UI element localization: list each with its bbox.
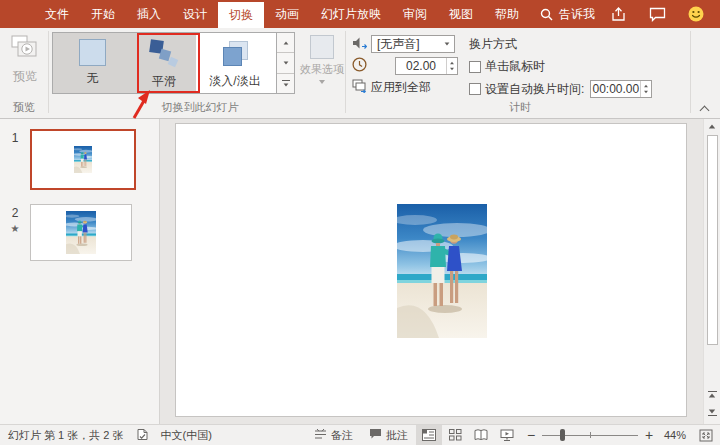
transition-none-label: 无 (87, 70, 99, 87)
slide-2-photo (66, 211, 96, 254)
slide-thumbnail-1[interactable] (30, 129, 136, 190)
effect-options-button[interactable]: 效果选项 (299, 32, 345, 84)
sound-dropdown-caret-icon (445, 42, 450, 45)
comments-button[interactable]: 批注 (361, 425, 416, 445)
on-mouse-click-checkbox[interactable] (469, 61, 481, 73)
slide-2-meta: 2 ★ (0, 204, 30, 261)
advance-heading: 换片方式 (469, 36, 517, 53)
transition-fade-icon (220, 39, 250, 69)
tab-view[interactable]: 视图 (438, 0, 484, 28)
group-divider (345, 31, 346, 113)
fit-to-window-button[interactable] (692, 425, 720, 445)
comments-icon[interactable] (649, 7, 666, 22)
auto-advance-value: 00:00.00 (591, 82, 640, 96)
preview-button[interactable]: 预览 (6, 31, 44, 85)
tell-me-box[interactable]: 告诉我 (530, 0, 605, 28)
auto-advance-spinner[interactable]: 00:00.00 (590, 80, 652, 98)
search-icon (540, 8, 553, 21)
transition-none-icon (79, 39, 106, 66)
zoom-level[interactable]: 44% (660, 429, 686, 441)
reading-view-button[interactable] (468, 425, 494, 445)
apply-to-all-icon (352, 79, 367, 96)
next-slide-button[interactable] (705, 405, 720, 420)
slide-thumbnail-panel: 1 2 ★ (0, 119, 160, 424)
proofing-icon (136, 428, 149, 443)
slide-row-1: 1 (0, 129, 159, 190)
auto-advance-row: 设置自动换片时间: 00:00.00 (469, 80, 652, 98)
tell-me-label: 告诉我 (559, 6, 595, 23)
notes-button[interactable]: 备注 (306, 425, 361, 445)
notes-icon (314, 429, 327, 442)
tab-review[interactable]: 审阅 (392, 0, 438, 28)
slide-sorter-view-button[interactable] (442, 425, 468, 445)
slide-1-meta: 1 (0, 129, 30, 190)
slide-1-number: 1 (12, 131, 19, 145)
slide-counter[interactable]: 幻灯片 第 1 张，共 2 张 (0, 425, 132, 445)
slide-2-number: 2 (12, 206, 19, 220)
preview-button-label: 预览 (13, 68, 37, 85)
transition-fade-label: 淡入/淡出 (209, 73, 260, 90)
notes-label: 备注 (331, 428, 353, 443)
slide-thumbnail-2[interactable] (30, 204, 132, 261)
tab-home[interactable]: 开始 (80, 0, 126, 28)
advance-heading-label: 换片方式 (469, 36, 517, 53)
proofing-status[interactable] (132, 425, 153, 445)
auto-advance-checkbox[interactable] (469, 83, 481, 95)
scrollbar-thumb[interactable] (707, 135, 718, 345)
collapse-ribbon-button[interactable] (699, 105, 709, 115)
tab-animations[interactable]: 动画 (264, 0, 310, 28)
tab-slideshow[interactable]: 幻灯片放映 (310, 0, 392, 28)
slide-1-photo (74, 146, 92, 173)
zoom-slider-thumb[interactable] (560, 429, 565, 441)
vertical-scrollbar[interactable] (703, 119, 720, 424)
tab-help[interactable]: 帮助 (484, 0, 530, 28)
tab-file[interactable]: 文件 (34, 0, 80, 28)
sound-dropdown[interactable]: [无声音] (371, 35, 455, 53)
duration-row: 02.00 (352, 57, 458, 75)
transition-fade[interactable]: 淡入/淡出 (196, 33, 274, 93)
group-divider (48, 31, 49, 113)
tab-transitions[interactable]: 切换 (218, 2, 264, 28)
smiley-icon[interactable] (688, 6, 704, 22)
apply-to-all-button[interactable]: 应用到全部 (352, 79, 431, 96)
duration-spinner[interactable]: 02.00 (395, 57, 458, 75)
slide-counter-label: 幻灯片 第 1 张，共 2 张 (8, 428, 124, 443)
language-label: 中文(中国) (161, 428, 212, 443)
comments-label: 批注 (386, 428, 408, 443)
tab-design[interactable]: 设计 (172, 0, 218, 28)
apply-to-all-label: 应用到全部 (371, 79, 431, 96)
slide-2-transition-marker: ★ (11, 223, 20, 234)
group-divider (690, 31, 691, 113)
gallery-scroll-up-button[interactable] (277, 33, 294, 53)
tab-insert[interactable]: 插入 (126, 0, 172, 28)
zoom-out-button[interactable]: − (526, 427, 536, 443)
main-area: 1 2 ★ (0, 119, 720, 424)
sound-icon (352, 36, 367, 53)
auto-advance-spin-buttons[interactable] (640, 81, 651, 97)
comment-icon (369, 428, 382, 442)
normal-view-button[interactable] (416, 425, 442, 445)
auto-advance-label: 设置自动换片时间: (485, 81, 584, 98)
slide-editing-area[interactable] (160, 119, 703, 424)
morph-highlight-annotation (137, 33, 200, 93)
group-label-preview: 预览 (0, 100, 48, 115)
gallery-more-button[interactable] (277, 74, 294, 93)
slide-canvas[interactable] (175, 123, 687, 417)
ribbon-tab-bar: 文件 开始 插入 设计 切换 动画 幻灯片放映 审阅 视图 帮助 告诉我 (0, 0, 720, 28)
slide-row-2: 2 ★ (0, 204, 159, 261)
beach-photo[interactable] (397, 204, 487, 338)
effect-options-icon (310, 35, 334, 59)
previous-slide-button[interactable] (705, 387, 720, 402)
gallery-scroll-down-button[interactable] (277, 53, 294, 73)
duration-spin-buttons[interactable] (446, 58, 457, 74)
language-status[interactable]: 中文(中国) (153, 425, 220, 445)
share-icon[interactable] (611, 7, 627, 22)
preview-icon (10, 34, 40, 65)
powerpoint-window: 文件 开始 插入 设计 切换 动画 幻灯片放映 审阅 视图 帮助 告诉我 (0, 0, 720, 445)
zoom-slider[interactable] (542, 429, 638, 441)
status-bar: 幻灯片 第 1 张，共 2 张 中文(中国) 备注 批注 (0, 424, 720, 445)
transition-none[interactable]: 无 (53, 33, 132, 93)
zoom-in-button[interactable]: + (644, 427, 654, 443)
scroll-up-button[interactable] (705, 119, 720, 134)
slide-show-button[interactable] (494, 425, 520, 445)
